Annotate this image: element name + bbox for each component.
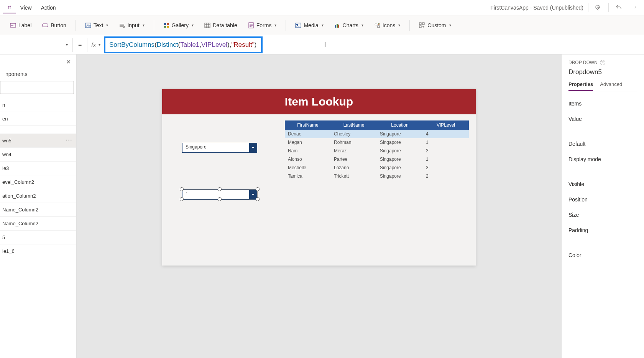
table-cell: Singapore — [377, 172, 423, 180]
charts-icon — [334, 22, 340, 28]
tree-item[interactable] — [0, 125, 76, 134]
tree-item[interactable]: Name_Column2 — [0, 216, 76, 230]
table-row[interactable]: DenaeChesleySingapore4 — [285, 130, 469, 138]
tree-tab-components[interactable]: nponents — [0, 68, 76, 81]
tab-properties[interactable]: Properties — [568, 81, 593, 91]
tree-item[interactable]: le3 — [0, 161, 76, 175]
svg-rect-12 — [167, 26, 169, 28]
property-row[interactable]: Padding — [568, 223, 637, 238]
undo-icon[interactable] — [613, 2, 624, 13]
more-icon[interactable]: ··· — [66, 137, 72, 143]
chevron-down-icon: ▾ — [106, 23, 108, 27]
property-row[interactable]: Size — [568, 207, 637, 223]
menu-view[interactable]: View — [16, 2, 36, 13]
property-row[interactable]: Display mode — [568, 152, 637, 167]
ribbon-text-label: Text — [94, 22, 104, 28]
ribbon-label[interactable]: Label — [6, 20, 35, 31]
resize-handle[interactable] — [256, 197, 260, 201]
formula-input[interactable]: SortByColumns(Distinct(Table1, VIPLevel)… — [104, 36, 263, 53]
help-icon[interactable]: ? — [600, 60, 605, 65]
svg-rect-2 — [43, 24, 48, 27]
formula-token: Table1 — [180, 41, 199, 49]
canvas-area[interactable]: Item Lookup Singapore 1 FirstNameLa — [77, 54, 561, 358]
table-header[interactable]: Location — [377, 120, 423, 130]
property-row[interactable]: Position — [568, 192, 637, 207]
tab-advanced[interactable]: Advanced — [600, 81, 622, 91]
table-cell: Alonso — [285, 155, 331, 163]
formula-rest[interactable]: I — [263, 38, 644, 52]
ribbon-custom[interactable]: Custom ▾ — [415, 20, 455, 31]
separator — [76, 20, 76, 31]
svg-point-27 — [375, 23, 377, 25]
close-icon[interactable]: ✕ — [66, 58, 71, 66]
resize-handle[interactable] — [256, 187, 260, 191]
menu-action[interactable]: Action — [36, 2, 61, 13]
table-cell: Singapore — [377, 147, 423, 155]
property-row[interactable]: Visible — [568, 177, 637, 192]
input-icon — [119, 22, 125, 28]
resize-handle[interactable] — [218, 187, 222, 191]
resize-handle[interactable] — [180, 197, 184, 201]
table-row[interactable]: AlonsoParteeSingapore1 — [285, 155, 469, 163]
table-row[interactable]: MeganRohmanSingapore1 — [285, 138, 469, 147]
property-row[interactable]: Default — [568, 136, 637, 152]
tree-item[interactable]: n — [0, 98, 76, 112]
ribbon-button[interactable]: Button — [38, 20, 70, 31]
dropdown-location[interactable]: Singapore — [182, 143, 257, 153]
ribbon-forms[interactable]: Forms ▾ — [244, 20, 281, 31]
health-icon[interactable] — [593, 2, 604, 13]
table-cell: Partee — [331, 155, 377, 163]
label-icon — [10, 22, 16, 28]
svg-rect-10 — [167, 23, 169, 25]
ribbon-text[interactable]: Abc Text ▾ — [81, 20, 112, 31]
resize-handle[interactable] — [180, 187, 184, 191]
property-row[interactable]: Color — [568, 247, 637, 263]
svg-rect-32 — [422, 23, 424, 25]
svg-rect-28 — [378, 26, 380, 28]
table-header[interactable]: FirstName — [285, 120, 331, 130]
table-cell: Mechelle — [285, 163, 331, 172]
tree-item[interactable]: wn4 — [0, 147, 76, 161]
ribbon-media[interactable]: Media ▾ — [291, 20, 327, 31]
tree-item[interactable]: en — [0, 112, 76, 125]
table-header[interactable]: LastName — [331, 120, 377, 130]
resize-handle[interactable] — [218, 197, 222, 201]
formula-bar: ▾ = fx▾ SortByColumns(Distinct(Table1, V… — [0, 35, 644, 54]
chevron-down-icon[interactable] — [249, 143, 257, 152]
property-row[interactable]: Items — [568, 96, 637, 111]
ribbon-icons[interactable]: Icons ▾ — [370, 20, 404, 31]
ribbon-datatable[interactable]: Data table — [200, 20, 241, 31]
divider — [588, 3, 588, 12]
tree-item[interactable]: le1_6 — [0, 244, 76, 258]
forms-icon — [248, 22, 254, 28]
tree-item[interactable]: Name_Column2 — [0, 203, 76, 216]
tree-item[interactable]: evel_Column2 — [0, 175, 76, 189]
ribbon-gallery[interactable]: Gallery ▾ — [159, 20, 197, 31]
tree-item[interactable]: wn5··· — [0, 134, 76, 147]
chevron-down-icon: ▾ — [143, 23, 145, 27]
table-row[interactable]: TamicaTrickettSingapore2 — [285, 172, 469, 180]
top-menu-bar: rt View Action FirstCanvasApp - Saved (U… — [0, 0, 644, 15]
ribbon-input-label: Input — [127, 22, 139, 28]
tree-item[interactable]: ation_Column2 — [0, 189, 76, 203]
chevron-down-icon: ▾ — [274, 23, 276, 27]
ribbon-input[interactable]: Input ▾ — [115, 20, 148, 31]
ribbon-charts[interactable]: Charts ▾ — [330, 20, 367, 31]
fx-label[interactable]: fx▾ — [87, 41, 104, 48]
table-cell: Singapore — [377, 163, 423, 172]
redo-icon[interactable] — [629, 2, 639, 13]
table-row[interactable]: NamMerazSingapore3 — [285, 147, 469, 155]
tree-item[interactable]: 5 — [0, 230, 76, 244]
tree-search-input[interactable] — [0, 81, 74, 94]
table-header[interactable]: VIPLevel — [423, 120, 469, 130]
property-selector[interactable]: ▾ — [0, 38, 73, 52]
table-row[interactable]: MechelleLozanoSingapore3 — [285, 163, 469, 172]
separator — [286, 20, 286, 31]
dropdown-vip-selected[interactable]: 1 — [180, 187, 260, 200]
property-row[interactable]: Value — [568, 111, 637, 127]
media-icon — [295, 22, 301, 28]
menu-insert[interactable]: rt — [3, 2, 16, 13]
text-icon: Abc — [85, 22, 91, 28]
data-table[interactable]: FirstNameLastNameLocationVIPLevel DenaeC… — [285, 120, 469, 180]
ribbon-icons-label: Icons — [383, 22, 395, 28]
